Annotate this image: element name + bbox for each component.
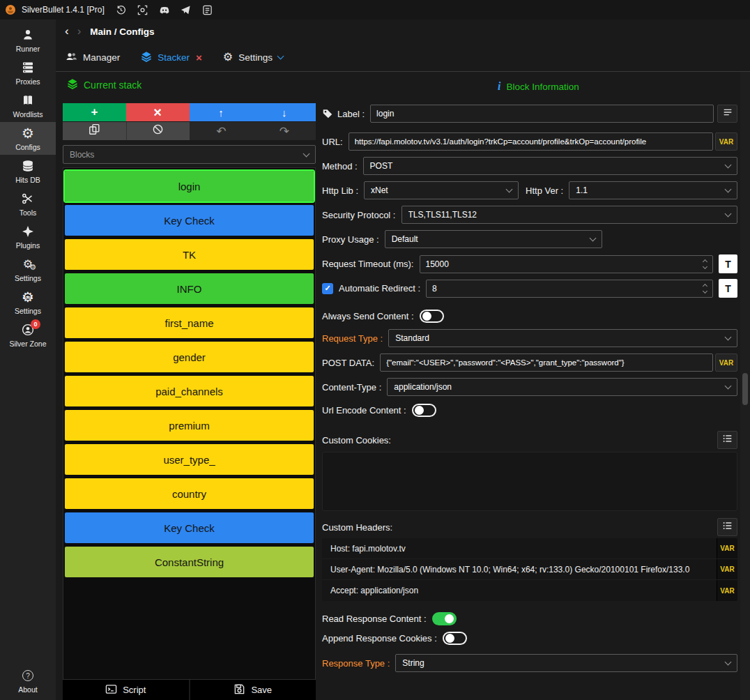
stack-layers-icon — [67, 78, 78, 91]
sidebar-item-silver-zone[interactable]: 0 Silver Zone — [0, 319, 56, 351]
header-var-button[interactable]: VAR — [717, 559, 737, 579]
discord-icon[interactable] — [159, 4, 170, 15]
add-block-button[interactable]: + — [63, 103, 126, 121]
save-button[interactable]: Save — [189, 680, 316, 700]
url-input[interactable] — [349, 132, 713, 151]
history-icon[interactable] — [116, 4, 127, 15]
url-var-button[interactable]: VAR — [715, 132, 737, 151]
sidebar-item-runner[interactable]: Runner — [0, 24, 56, 56]
method-select[interactable]: POST — [363, 157, 737, 175]
stack-block[interactable]: Key Check — [65, 512, 314, 543]
request-type-label: Request Type : — [322, 333, 383, 344]
configs-gear-icon: ⚙ — [22, 126, 34, 141]
timeout-variable-toggle-button[interactable]: T — [719, 254, 737, 273]
stack-block[interactable]: gender — [65, 342, 314, 372]
http-ver-label: Http Ver : — [526, 185, 563, 196]
stack-bottom-bar: Script Save — [63, 680, 316, 700]
redirect-variable-toggle-button[interactable]: T — [719, 279, 737, 298]
stack-block[interactable]: country — [65, 478, 314, 509]
forward-chevron-icon[interactable]: › — [74, 24, 85, 38]
label-list-button[interactable] — [717, 105, 737, 123]
header-value[interactable]: Accept: application/json — [322, 586, 717, 595]
back-chevron-icon[interactable]: ‹ — [61, 24, 72, 38]
redo-button[interactable]: ↷ — [253, 122, 316, 140]
proxy-usage-select[interactable]: Default — [385, 230, 602, 248]
move-down-button[interactable]: ↓ — [252, 103, 316, 121]
sidebar-item-core-settings[interactable]: ⚙CORE Settings — [0, 286, 56, 319]
stack-block[interactable]: user_type_ — [65, 444, 314, 475]
http-ver-select[interactable]: 1.1 — [569, 181, 737, 199]
clone-block-button[interactable] — [63, 122, 126, 140]
stepper-arrows-icon[interactable] — [703, 284, 707, 293]
notes-icon[interactable] — [202, 4, 213, 15]
sidebar-item-wordlists[interactable]: Wordlists — [0, 89, 56, 122]
read-response-content-toggle[interactable] — [432, 612, 457, 625]
sidebar-label: Hits DB — [15, 176, 40, 184]
content-type-row: Content-Type : application/json — [322, 378, 737, 396]
remove-block-button[interactable]: × — [126, 103, 190, 121]
custom-headers-label: Custom Headers: — [322, 522, 392, 533]
sidebar-label: Settings — [15, 307, 41, 315]
response-type-select[interactable]: String — [395, 654, 737, 672]
stack-block[interactable]: premium — [65, 410, 314, 441]
stack-block[interactable]: first_name — [65, 307, 314, 338]
url-encode-content-toggle[interactable] — [412, 404, 436, 417]
capture-icon[interactable] — [137, 4, 148, 15]
post-data-var-button[interactable]: VAR — [715, 353, 737, 372]
request-type-select[interactable]: Standard — [388, 329, 737, 347]
sidebar-item-plugin-settings[interactable]: ⚙⚙ Settings — [0, 253, 56, 286]
sidebar-item-hits-db[interactable]: Hits DB — [0, 155, 56, 188]
sidebar-item-plugins[interactable]: Plugins — [0, 220, 56, 253]
sidebar-label: Configs — [15, 143, 40, 151]
custom-headers-list-button[interactable] — [717, 518, 737, 536]
proxy-usage-row: Proxy Usage : Default — [322, 230, 737, 248]
stack-block[interactable]: Key Check — [65, 205, 314, 236]
custom-cookies-list-button[interactable] — [717, 431, 737, 449]
undo-button[interactable]: ↶ — [190, 122, 253, 140]
post-data-input[interactable] — [380, 353, 713, 372]
script-button[interactable]: Script — [63, 680, 189, 700]
sidebar-item-tools[interactable]: Tools — [0, 188, 56, 220]
blocks-dropdown[interactable]: Blocks — [63, 145, 316, 164]
sidebar-item-proxies[interactable]: Proxies — [0, 56, 56, 89]
always-send-content-toggle[interactable] — [420, 310, 444, 323]
disable-block-button[interactable] — [126, 122, 190, 140]
automatic-redirect-input[interactable]: 8 — [426, 280, 713, 298]
custom-cookies-textarea[interactable] — [322, 452, 737, 511]
content-type-select[interactable]: application/json — [387, 378, 737, 396]
sidebar-item-configs[interactable]: ⚙ Configs — [0, 122, 56, 155]
stack-block[interactable]: ConstantString — [65, 547, 314, 577]
tab-manager[interactable]: Manager — [66, 51, 120, 64]
sidebar-label: About — [18, 685, 37, 694]
security-protocol-select[interactable]: TLS,TLS11,TLS12 — [401, 206, 738, 224]
stepper-arrows-icon[interactable] — [703, 260, 707, 268]
header-var-button[interactable]: VAR — [717, 538, 737, 558]
header-value[interactable]: Host: fapi.molotov.tv — [322, 544, 717, 554]
tab-stacker[interactable]: Stacker × — [141, 51, 202, 64]
stack-block[interactable]: TK — [65, 239, 314, 270]
scrollbar-thumb[interactable] — [742, 373, 748, 405]
header-value[interactable]: User-Agent: Mozilla/5.0 (Windows NT 10.0… — [322, 565, 717, 575]
sidebar-item-about[interactable]: ? About — [0, 664, 56, 697]
sidebar-label: Silver Zone — [9, 340, 46, 348]
stack-block[interactable]: INFO — [65, 273, 314, 304]
append-response-cookies-toggle[interactable] — [443, 632, 467, 645]
automatic-redirect-checkbox[interactable] — [322, 283, 333, 294]
telegram-icon[interactable] — [181, 4, 192, 15]
chevron-down-icon — [277, 53, 284, 60]
tab-settings[interactable]: ⚙ Settings — [223, 52, 283, 63]
move-up-button[interactable]: ↑ — [190, 103, 253, 121]
label-input[interactable] — [370, 105, 714, 123]
vertical-scrollbar[interactable] — [740, 72, 750, 700]
http-lib-select[interactable]: xNet — [364, 181, 519, 199]
tab-close-icon[interactable]: × — [196, 52, 202, 63]
tab-label: Settings — [238, 52, 273, 63]
stack-block[interactable]: login — [65, 171, 314, 201]
lines-icon — [722, 107, 733, 121]
tab-bar: Manager Stacker × ⚙ Settings — [56, 43, 750, 72]
header-var-button[interactable]: VAR — [717, 580, 737, 601]
plugin-settings-gear-icon: ⚙⚙ — [23, 257, 33, 272]
request-timeout-input[interactable]: 15000 — [420, 255, 714, 273]
stack-block[interactable]: paid_channels — [65, 376, 314, 406]
chevron-down-icon — [725, 334, 732, 341]
